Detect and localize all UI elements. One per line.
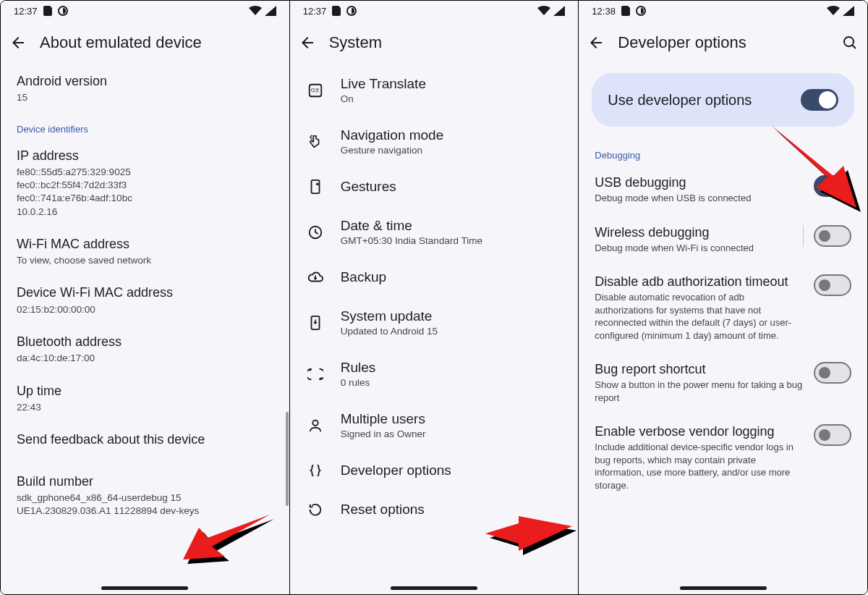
about-content: Android version 15 Device identifiers IP… bbox=[1, 64, 289, 594]
setting-bug-report-shortcut[interactable]: Bug report shortcutShow a button in the … bbox=[579, 352, 867, 414]
developer-options-content: Use developer options Debugging USB debu… bbox=[579, 64, 867, 594]
device-wifi-mac-row[interactable]: Device Wi-Fi MAC address 02:15:b2:00:00:… bbox=[1, 276, 289, 325]
menu-item-subtitle: Gesture navigation bbox=[341, 145, 563, 156]
update-icon bbox=[306, 315, 325, 331]
uptime-value: 22:43 bbox=[17, 401, 273, 414]
wifi-mac-row[interactable]: Wi-Fi MAC address To view, choose saved … bbox=[1, 227, 289, 277]
setting-subtitle: Show a button in the power menu for taki… bbox=[595, 379, 804, 404]
usb-debugging-toggle[interactable] bbox=[814, 175, 851, 197]
feedback-label: Send feedback about this device bbox=[17, 431, 273, 448]
menu-item-system-update[interactable]: System updateUpdated to Android 15 bbox=[290, 297, 579, 348]
bluetooth-value: da:4c:10:de:17:00 bbox=[17, 352, 273, 365]
sd-card-icon bbox=[43, 6, 52, 16]
uptime-row[interactable]: Up time 22:43 bbox=[1, 374, 289, 423]
bluetooth-row[interactable]: Bluetooth address da:4c:10:de:17:00 bbox=[1, 325, 289, 374]
back-arrow-icon[interactable] bbox=[9, 34, 27, 51]
build-number-value: sdk_gphone64_x86_64-userdebug 15 UE1A.23… bbox=[17, 491, 273, 518]
back-arrow-icon[interactable] bbox=[587, 34, 605, 51]
scrollbar[interactable] bbox=[286, 412, 289, 506]
circle-icon bbox=[58, 6, 68, 16]
setting-title: Wireless debugging bbox=[595, 225, 793, 240]
menu-item-subtitle: 0 rules bbox=[341, 377, 563, 388]
menu-item-gestures[interactable]: Gestures bbox=[290, 167, 579, 206]
ip-address-value: fe80::55d5:a275:329:9025 fec0::bc2f:55f4… bbox=[17, 166, 273, 219]
app-bar: Developer options bbox=[579, 21, 867, 64]
wireless-debugging-toggle[interactable] bbox=[814, 225, 851, 247]
circle-icon bbox=[636, 6, 646, 16]
use-developer-options-banner[interactable]: Use developer options bbox=[592, 73, 854, 127]
status-time: 12:37 bbox=[303, 6, 327, 17]
svg-line-11 bbox=[852, 45, 856, 48]
app-bar: About emulated device bbox=[1, 21, 289, 64]
gesture-bar[interactable] bbox=[680, 586, 767, 590]
menu-item-backup[interactable]: Backup bbox=[290, 258, 579, 297]
wifi-icon bbox=[249, 6, 262, 16]
about-device-screen: 12:37 About emulated device Android vers… bbox=[1, 1, 289, 594]
svg-text:G文: G文 bbox=[310, 86, 320, 93]
android-version-row[interactable]: Android version 15 bbox=[1, 64, 289, 114]
menu-item-title: Developer options bbox=[341, 463, 563, 478]
ip-address-label: IP address bbox=[17, 148, 273, 164]
banner-label: Use developer options bbox=[608, 92, 791, 109]
users-icon bbox=[306, 418, 325, 434]
menu-item-developer-options[interactable]: Developer options bbox=[290, 451, 579, 490]
disable-adb-authorization-timeout-toggle[interactable] bbox=[814, 274, 851, 296]
setting-wireless-debugging[interactable]: Wireless debuggingDebug mode when Wi-Fi … bbox=[579, 215, 867, 265]
menu-item-rules[interactable]: Rules0 rules bbox=[290, 348, 579, 400]
feedback-row[interactable]: Send feedback about this device bbox=[1, 423, 289, 457]
signal-icon bbox=[843, 6, 854, 16]
menu-item-title: Live Translate bbox=[341, 76, 563, 92]
build-number-row[interactable]: Build number sdk_gphone64_x86_64-userdeb… bbox=[1, 457, 289, 527]
wifi-mac-value: To view, choose saved network bbox=[17, 254, 273, 267]
setting-subtitle: Debug mode when USB is connected bbox=[595, 192, 804, 205]
menu-item-title: Reset options bbox=[341, 502, 563, 518]
swipe-icon bbox=[306, 134, 325, 150]
ip-address-row[interactable]: IP address fe80::55d5:a275:329:9025 fec0… bbox=[1, 139, 289, 227]
enable-verbose-vendor-logging-toggle[interactable] bbox=[814, 424, 851, 446]
menu-item-subtitle: GMT+05:30 India Standard Time bbox=[341, 235, 563, 246]
status-time: 12:37 bbox=[14, 6, 38, 17]
clock-icon bbox=[306, 224, 325, 240]
setting-disable-adb-authorization-timeout[interactable]: Disable adb authorization timeoutDisable… bbox=[579, 264, 867, 352]
menu-item-subtitle: Signed in as Owner bbox=[341, 429, 563, 439]
use-developer-options-toggle[interactable] bbox=[801, 89, 838, 111]
signal-icon bbox=[265, 6, 276, 16]
setting-enable-verbose-vendor-logging[interactable]: Enable verbose vendor loggingInclude add… bbox=[579, 414, 867, 502]
gesture-icon bbox=[306, 179, 325, 195]
menu-item-multiple-users[interactable]: Multiple usersSigned in as Owner bbox=[290, 400, 579, 451]
status-bar: 12:38 bbox=[579, 1, 867, 21]
debugging-section: Debugging bbox=[579, 134, 867, 165]
status-bar: 12:37 bbox=[1, 1, 289, 21]
bug-report-shortcut-toggle[interactable] bbox=[814, 362, 851, 384]
search-icon[interactable] bbox=[841, 34, 859, 51]
back-arrow-icon[interactable] bbox=[299, 34, 316, 51]
menu-item-title: System update bbox=[341, 308, 563, 324]
page-title: Developer options bbox=[618, 33, 746, 52]
gesture-bar[interactable] bbox=[101, 586, 188, 590]
status-bar: 12:37 bbox=[290, 1, 579, 21]
svg-point-8 bbox=[312, 420, 318, 425]
menu-item-title: Navigation mode bbox=[341, 127, 563, 143]
device-wifi-mac-label: Device Wi-Fi MAC address bbox=[17, 284, 273, 301]
device-identifiers-section: Device identifiers bbox=[1, 114, 289, 139]
setting-title: Bug report shortcut bbox=[595, 362, 804, 377]
android-version-label: Android version bbox=[17, 73, 273, 90]
setting-title: Enable verbose vendor logging bbox=[595, 424, 804, 439]
device-wifi-mac-value: 02:15:b2:00:00:00 bbox=[17, 303, 273, 316]
signal-icon bbox=[553, 6, 565, 16]
android-version-value: 15 bbox=[17, 91, 273, 104]
menu-item-reset-options[interactable]: Reset options bbox=[290, 490, 579, 529]
rules-icon bbox=[306, 366, 325, 382]
gesture-bar[interactable] bbox=[391, 586, 477, 590]
translate-icon: G文 bbox=[306, 83, 325, 98]
setting-subtitle: Debug mode when Wi-Fi is connected bbox=[595, 242, 793, 255]
setting-title: Disable adb authorization timeout bbox=[595, 274, 804, 290]
menu-item-title: Backup bbox=[341, 269, 563, 285]
menu-item-navigation-mode[interactable]: Navigation modeGesture navigation bbox=[290, 116, 579, 167]
menu-item-live-translate[interactable]: G文Live TranslateOn bbox=[290, 64, 579, 116]
build-number-label: Build number bbox=[17, 473, 273, 490]
menu-item-date-time[interactable]: Date & timeGMT+05:30 India Standard Time bbox=[290, 206, 579, 258]
system-screen: 12:37 System G文Live TranslateOnNavigatio… bbox=[289, 1, 579, 594]
setting-usb-debugging[interactable]: USB debuggingDebug mode when USB is conn… bbox=[579, 165, 867, 215]
setting-title: USB debugging bbox=[595, 175, 804, 190]
